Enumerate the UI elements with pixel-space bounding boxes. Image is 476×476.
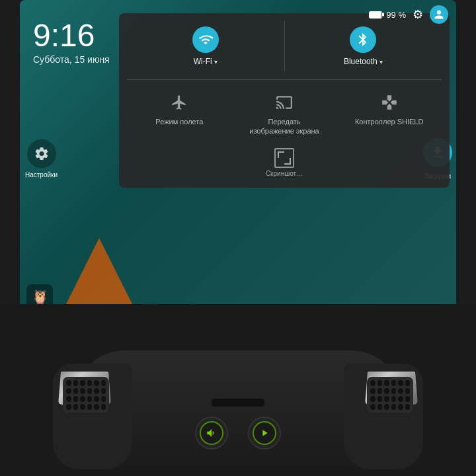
status-bar: 99 % ⚙ xyxy=(361,0,456,29)
play-icon xyxy=(253,421,276,445)
sh xyxy=(398,396,403,402)
card-slot xyxy=(212,399,264,407)
clock-date: Суббота, 15 июня xyxy=(33,54,110,65)
grip-right xyxy=(344,364,423,469)
sh xyxy=(377,404,383,410)
sh xyxy=(80,388,85,394)
sh xyxy=(370,380,376,386)
sh xyxy=(391,396,397,402)
device-frame: 🦉 99 % ⚙ 9:16 Суббота, 15 июня xyxy=(0,0,476,476)
sh xyxy=(101,388,106,394)
airplane-icon xyxy=(167,91,191,114)
sh xyxy=(66,388,71,394)
sh xyxy=(398,388,403,394)
sh xyxy=(384,396,389,402)
sh xyxy=(377,388,383,394)
qs-screenshot-row: Скриншот… xyxy=(127,145,442,180)
battery-fill xyxy=(370,12,380,18)
screenshot-icon xyxy=(274,148,294,168)
sh xyxy=(391,380,397,386)
screenshot-tile[interactable]: Скриншот… xyxy=(253,145,316,180)
user-avatar[interactable] xyxy=(430,5,448,24)
sh xyxy=(87,380,93,386)
sh xyxy=(384,404,389,410)
sh xyxy=(66,380,71,386)
speaker-right xyxy=(367,377,413,413)
sh xyxy=(101,404,106,410)
sh xyxy=(66,396,71,402)
clock-time: 9:16 xyxy=(33,20,110,52)
sh xyxy=(94,396,99,402)
sh xyxy=(370,388,376,394)
sh xyxy=(405,404,411,410)
cast-tile[interactable]: Передатьизображение экрана xyxy=(232,87,337,140)
sh xyxy=(73,404,79,410)
settings-icon[interactable]: ⚙ xyxy=(410,7,426,22)
bluetooth-icon-circle xyxy=(350,26,376,53)
sh xyxy=(66,404,71,410)
speaker-holes-right xyxy=(367,377,413,413)
grip-left xyxy=(53,364,132,469)
shield-controller-icon xyxy=(377,91,401,114)
sh xyxy=(405,380,411,386)
sh xyxy=(377,380,383,386)
sh xyxy=(87,404,93,410)
sh xyxy=(405,388,411,394)
quick-settings-panel: Wi-Fi ▾ Bluetooth ▾ xyxy=(119,13,450,188)
wifi-tile[interactable]: Wi-Fi ▾ xyxy=(127,21,285,71)
screenshot-label: Скриншот… xyxy=(266,170,303,177)
sh xyxy=(80,380,85,386)
sh xyxy=(80,404,85,410)
sh xyxy=(384,388,389,394)
wifi-label: Wi-Fi ▾ xyxy=(194,57,218,66)
controller-area xyxy=(0,304,476,476)
speaker-holes-left xyxy=(63,377,109,413)
sh xyxy=(377,396,383,402)
qs-divider xyxy=(127,79,442,80)
sh xyxy=(370,396,376,402)
sh xyxy=(94,388,99,394)
play-button[interactable] xyxy=(248,416,281,450)
sh xyxy=(94,380,99,386)
airplane-label: Режим полета xyxy=(155,117,203,126)
sh xyxy=(73,396,79,402)
sh xyxy=(87,388,93,394)
sh xyxy=(405,396,411,402)
battery-body xyxy=(369,11,382,19)
sh xyxy=(73,388,79,394)
battery-indicator xyxy=(369,11,382,19)
battery-percent: 99 % xyxy=(386,10,406,20)
settings-app-label: Настройки xyxy=(25,171,58,178)
cast-label: Передатьизображение экрана xyxy=(249,117,319,136)
screen-sidebar-left: Настройки xyxy=(25,139,58,178)
screen: 🦉 99 % ⚙ 9:16 Суббота, 15 июня xyxy=(20,0,456,317)
shield-controller-label: Контроллер SHIELD xyxy=(355,117,424,126)
sh xyxy=(391,388,397,394)
airplane-mode-tile[interactable]: Режим полета xyxy=(127,87,232,140)
sh xyxy=(80,396,85,402)
sh xyxy=(370,404,376,410)
sh xyxy=(398,404,403,410)
sh xyxy=(73,380,79,386)
speaker-left xyxy=(63,377,109,413)
wifi-icon-circle xyxy=(192,26,219,53)
sh xyxy=(384,380,389,386)
qs-bottom-row: Режим полета Передатьизображение экрана xyxy=(127,87,442,140)
sh xyxy=(391,404,397,410)
shield-controller-tile[interactable]: Контроллер SHIELD xyxy=(337,87,442,140)
clock-area: 9:16 Суббота, 15 июня xyxy=(33,20,110,65)
sh xyxy=(101,396,106,402)
controller xyxy=(40,311,436,469)
sound-icon xyxy=(200,421,223,445)
sh xyxy=(87,396,93,402)
cast-icon xyxy=(272,91,296,114)
sh xyxy=(94,404,99,410)
settings-app-icon[interactable] xyxy=(27,139,56,169)
sh xyxy=(398,380,403,386)
bluetooth-label: Bluetooth ▾ xyxy=(344,57,383,66)
sh xyxy=(101,380,106,386)
sound-button[interactable] xyxy=(195,416,228,450)
